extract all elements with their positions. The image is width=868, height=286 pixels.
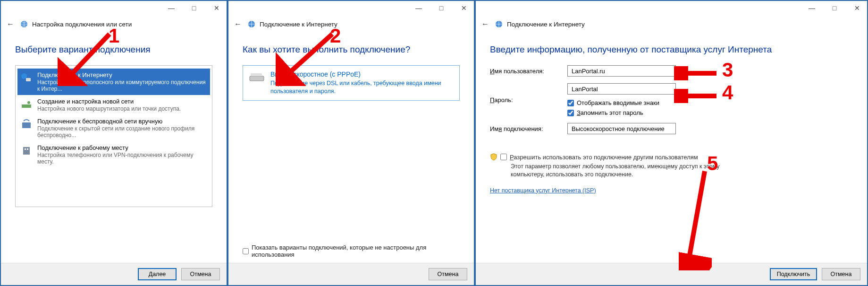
close-button[interactable]: ✕ (210, 4, 224, 12)
wizard-title: Настройка подключения или сети (32, 21, 132, 28)
maximize-button[interactable]: □ (827, 4, 842, 12)
window-connection-type: — □ ✕ ← Подключение к Интернету Как вы х… (228, 0, 475, 286)
wizard-header: ← Подключение к Интернету (228, 15, 474, 31)
option-desc: Настройка широкополосного или коммутируе… (37, 79, 207, 92)
close-button[interactable]: ✕ (850, 4, 864, 12)
network-globe-icon (20, 20, 28, 28)
option-setup-network[interactable]: Создание и настройка новой сети Настройк… (17, 95, 210, 115)
option-desc: Настройка нового маршрутизатора или точк… (37, 105, 207, 112)
svg-rect-5 (22, 122, 31, 128)
titlebar: — □ ✕ (1, 1, 227, 15)
maximize-button[interactable]: □ (187, 4, 201, 12)
input-connection-name[interactable] (567, 123, 676, 134)
checkbox-label: Отображать вводимые знаки (577, 99, 659, 106)
option-title: Подключение к Интернету (37, 71, 207, 78)
svg-point-1 (21, 73, 27, 79)
svg-rect-13 (251, 73, 262, 76)
button-bar: Далее Отмена (1, 263, 227, 285)
checkbox-allow-others[interactable]: Разрешить использовать это подключение д… (500, 154, 698, 161)
isp-link[interactable]: Нет поставщика услуг Интернета (ISP) (490, 187, 853, 194)
option-title: Подключение к рабочему месту (37, 144, 207, 151)
page-heading: Введите информацию, полученную от постав… (490, 44, 853, 55)
content-area: Введите информацию, полученную от постав… (476, 31, 867, 263)
router-icon (20, 98, 33, 110)
globe-computer-icon (20, 71, 33, 84)
option-workplace[interactable]: Подключение к рабочему месту Настройка т… (17, 141, 210, 168)
option-wireless-manual[interactable]: Подключение к беспроводной сети вручную … (17, 115, 210, 141)
network-globe-icon (247, 20, 256, 28)
option-desc: Настройка телефонного или VPN-подключени… (37, 152, 207, 165)
back-arrow-icon[interactable]: ← (232, 19, 244, 29)
permissions-description: Этот параметр позволяет любому пользоват… (511, 163, 754, 179)
cancel-button[interactable]: Отмена (822, 268, 860, 280)
svg-rect-3 (22, 104, 31, 108)
checkbox-input[interactable] (567, 110, 574, 116)
option-pppoe[interactable]: Высокоскоростное (с PPPoE) Подключение ч… (243, 65, 460, 101)
checkbox-label: Запомнить этот пароль (577, 109, 643, 116)
titlebar: — □ ✕ (228, 1, 474, 15)
button-bar: Отмена (228, 263, 474, 285)
svg-rect-6 (23, 147, 30, 155)
show-unconfigured-checkbox[interactable]: Показать варианты подключений, которые н… (243, 244, 460, 258)
checkbox-input[interactable] (500, 154, 507, 160)
connect-button[interactable]: Подключить (770, 268, 817, 280)
input-username[interactable] (567, 65, 676, 77)
close-button[interactable]: ✕ (457, 4, 471, 12)
connection-option-list: Подключение к Интернету Настройка широко… (15, 65, 212, 207)
option-title: Создание и настройка новой сети (37, 98, 207, 105)
modem-icon (249, 70, 265, 83)
back-arrow-icon[interactable]: ← (480, 19, 491, 29)
window-credentials: — □ ✕ ← Подключение к Интернету Введите … (475, 0, 868, 286)
checkbox-label: Показать варианты подключений, которые н… (252, 244, 460, 258)
option-desc: Подключение к скрытой сети или создание … (37, 125, 207, 139)
minimize-button[interactable]: — (805, 4, 819, 12)
cancel-button[interactable]: Отмена (181, 268, 220, 280)
label-connection-name: Имя подключения: (490, 125, 561, 132)
wizard-title: Подключение к Интернету (507, 21, 585, 28)
wizard-title: Подключение к Интернету (260, 21, 337, 28)
input-password[interactable] (567, 83, 676, 95)
maximize-button[interactable]: □ (434, 4, 448, 12)
next-button[interactable]: Далее (138, 268, 177, 280)
back-arrow-icon[interactable]: ← (5, 19, 16, 29)
svg-rect-8 (27, 148, 28, 150)
checkbox-show-chars[interactable]: Отображать вводимые знаки (567, 99, 764, 106)
checkbox-label: Разрешить использовать это подключение д… (510, 154, 698, 161)
svg-rect-7 (25, 148, 26, 150)
pppoe-title: Высокоскоростное (с PPPoE) (270, 70, 454, 78)
label-username: Имя пользователя: (490, 68, 561, 75)
network-globe-icon (495, 20, 503, 28)
window-network-setup: — □ ✕ ← Настройка подключения или сети В… (0, 0, 228, 286)
option-connect-internet[interactable]: Подключение к Интернету Настройка широко… (17, 69, 210, 95)
wizard-header: ← Подключение к Интернету (476, 15, 867, 31)
permissions-block: Разрешить использовать это подключение д… (490, 153, 754, 179)
wizard-header: ← Настройка подключения или сети (1, 15, 227, 31)
minimize-button[interactable]: — (164, 4, 178, 12)
content-area: Выберите вариант подключения Подключение… (1, 31, 227, 263)
cancel-button[interactable]: Отмена (429, 268, 467, 280)
svg-point-4 (27, 101, 30, 104)
shield-icon (490, 153, 497, 161)
svg-rect-12 (250, 76, 264, 81)
page-heading: Выберите вариант подключения (15, 44, 212, 55)
checkbox-remember[interactable]: Запомнить этот пароль (567, 109, 764, 116)
checkbox-input[interactable] (243, 248, 249, 254)
wifi-monitor-icon (20, 118, 33, 130)
titlebar: — □ ✕ (476, 1, 867, 15)
label-password: Пароль: (490, 96, 561, 104)
pppoe-desc: Подключение через DSL или кабель, требую… (270, 79, 454, 95)
button-bar: Подключить Отмена (476, 263, 867, 285)
content-area: Как вы хотите выполнить подключение? Выс… (228, 31, 474, 263)
page-heading: Как вы хотите выполнить подключение? (243, 44, 460, 55)
option-title: Подключение к беспроводной сети вручную (37, 118, 207, 125)
checkbox-input[interactable] (567, 100, 574, 106)
building-icon (20, 144, 33, 156)
minimize-button[interactable]: — (412, 4, 426, 12)
svg-rect-2 (26, 78, 31, 81)
credentials-form: Имя пользователя: Пароль: Отображать вво… (490, 65, 764, 134)
